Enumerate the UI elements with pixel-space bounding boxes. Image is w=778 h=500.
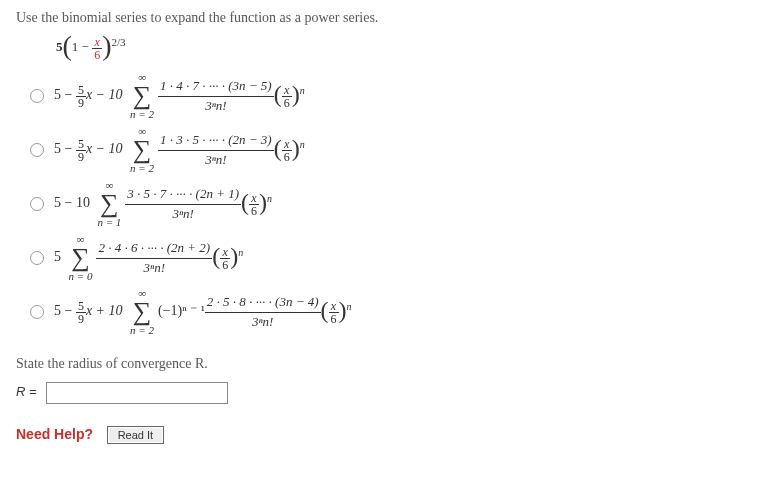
choice-1-expression: 5 − 59x − 10 ∞∑n = 21 · 4 · 7 · ··· · (3… bbox=[54, 72, 305, 120]
choice-4-expression: 5 ∞∑n = 02 · 4 · 6 · ··· · (2n + 2)3ⁿn!(… bbox=[54, 234, 243, 282]
choice-2-expression: 5 − 59x − 10 ∞∑n = 21 · 3 · 5 · ··· · (2… bbox=[54, 126, 305, 174]
choice-1[interactable]: 5 − 59x − 10 ∞∑n = 21 · 4 · 7 · ··· · (3… bbox=[30, 72, 762, 120]
r-label: R = bbox=[16, 384, 40, 399]
radio-1[interactable] bbox=[30, 89, 44, 103]
choice-5[interactable]: 5 − 59x + 10 ∞∑n = 2(−1)ⁿ ⁻ ¹2 · 5 · 8 ·… bbox=[30, 288, 762, 336]
read-it-button[interactable]: Read It bbox=[107, 426, 164, 444]
radius-input-row: R = bbox=[16, 382, 762, 404]
base-expression: 5(1 − x6)2/3 bbox=[56, 34, 762, 62]
choice-2[interactable]: 5 − 59x − 10 ∞∑n = 21 · 3 · 5 · ··· · (2… bbox=[30, 126, 762, 174]
choice-3-expression: 5 − 10 ∞∑n = 13 · 5 · 7 · ··· · (2n + 1)… bbox=[54, 180, 272, 228]
choice-4[interactable]: 5 ∞∑n = 02 · 4 · 6 · ··· · (2n + 2)3ⁿn!(… bbox=[30, 234, 762, 282]
radius-prompt: State the radius of convergence R. bbox=[16, 356, 762, 372]
radio-4[interactable] bbox=[30, 251, 44, 265]
choice-5-expression: 5 − 59x + 10 ∞∑n = 2(−1)ⁿ ⁻ ¹2 · 5 · 8 ·… bbox=[54, 288, 352, 336]
radio-5[interactable] bbox=[30, 305, 44, 319]
need-help-label: Need Help? bbox=[16, 426, 93, 442]
radio-3[interactable] bbox=[30, 197, 44, 211]
radius-input[interactable] bbox=[46, 382, 228, 404]
radio-2[interactable] bbox=[30, 143, 44, 157]
choice-3[interactable]: 5 − 10 ∞∑n = 13 · 5 · 7 · ··· · (2n + 1)… bbox=[30, 180, 762, 228]
question-prompt: Use the binomial series to expand the fu… bbox=[16, 10, 762, 26]
